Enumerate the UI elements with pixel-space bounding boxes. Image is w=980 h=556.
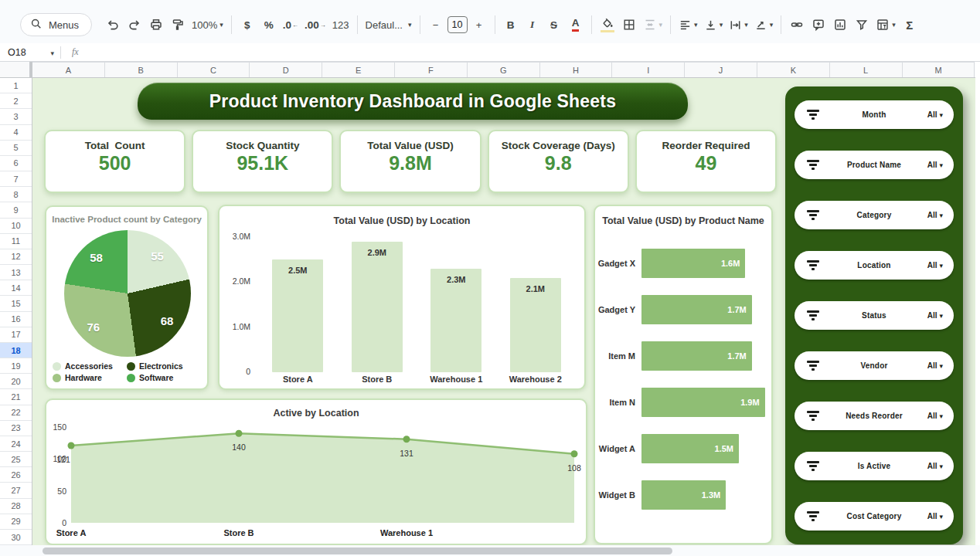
borders-button[interactable] <box>619 14 639 36</box>
cell-name-box[interactable]: O18 <box>0 47 60 58</box>
kpi-card[interactable]: Stock Coverage (Days)9.8 <box>488 130 629 193</box>
row-header-24[interactable]: 24 <box>0 436 32 452</box>
merge-cells-button[interactable] <box>641 14 665 36</box>
menus-search-button[interactable]: Menus <box>20 13 92 36</box>
slicer-location[interactable]: LocationAll▾ <box>795 251 954 280</box>
column-header-E[interactable]: E <box>322 62 395 77</box>
row-header-11[interactable]: 11 <box>0 234 32 249</box>
slicer-category[interactable]: CategoryAll▾ <box>795 201 954 229</box>
decrease-font-size-button[interactable]: − <box>426 14 446 36</box>
column-header-G[interactable]: G <box>468 62 540 77</box>
paint-format-button[interactable] <box>168 14 188 36</box>
row-header-26[interactable]: 26 <box>0 467 32 483</box>
font-family-select[interactable]: Defaul... <box>363 14 414 36</box>
row-header-22[interactable]: 22 <box>0 405 32 421</box>
slicer-value[interactable]: All <box>927 462 937 470</box>
format-percent-button[interactable]: % <box>259 14 279 36</box>
row-header-29[interactable]: 29 <box>0 514 32 530</box>
slicer-vendor[interactable]: VendorAll▾ <box>795 351 954 380</box>
redo-button[interactable] <box>124 14 145 36</box>
row-header-1[interactable]: 1 <box>0 78 32 93</box>
row-header-2[interactable]: 2 <box>0 93 32 109</box>
row-header-14[interactable]: 14 <box>0 280 32 296</box>
kpi-card[interactable]: Reorder Required49 <box>635 130 777 193</box>
slicer-product-name[interactable]: Product NameAll▾ <box>795 151 954 179</box>
horizontal-scrollbar-thumb[interactable] <box>43 548 672 554</box>
kpi-card[interactable]: Total Value (USD)9.8M <box>339 130 481 193</box>
column-header-F[interactable]: F <box>395 62 468 77</box>
strikethrough-button[interactable]: S <box>544 14 564 36</box>
column-header-B[interactable]: B <box>105 62 178 77</box>
vertical-align-button[interactable] <box>702 14 726 36</box>
slicer-month[interactable]: MonthAll▾ <box>795 100 954 129</box>
functions-button[interactable]: Σ <box>900 14 920 36</box>
column-header-J[interactable]: J <box>685 62 757 77</box>
slicer-value[interactable]: All <box>927 311 937 320</box>
row-header-4[interactable]: 4 <box>0 125 32 141</box>
print-button[interactable] <box>146 14 166 36</box>
column-header-H[interactable]: H <box>540 62 613 77</box>
slicer-needs-reorder[interactable]: Needs ReorderAll▾ <box>795 402 954 430</box>
column-header-L[interactable]: L <box>830 62 903 77</box>
kpi-card[interactable]: Stock Quantity95.1K <box>192 130 333 193</box>
row-header-13[interactable]: 13 <box>0 265 32 280</box>
row-header-27[interactable]: 27 <box>0 483 32 498</box>
row-header-7[interactable]: 7 <box>0 171 32 187</box>
column-header-M[interactable]: M <box>903 62 975 77</box>
horizontal-align-button[interactable] <box>676 14 700 36</box>
row-header-17[interactable]: 17 <box>0 327 32 343</box>
bar-chart-panel[interactable]: Total Value (USD) by Location 3.0M2.0M1.… <box>218 205 586 390</box>
row-header-18[interactable]: 18 <box>0 343 32 358</box>
row-header-23[interactable]: 23 <box>0 421 32 436</box>
format-currency-button[interactable]: $ <box>237 14 257 36</box>
pie-chart-panel[interactable]: Inactive Product count by Category Acces… <box>45 205 209 390</box>
area-chart-panel[interactable]: Active by Location 150100500121140131108… <box>45 398 587 545</box>
slicer-value[interactable]: All <box>927 361 937 370</box>
column-header-D[interactable]: D <box>250 62 322 77</box>
slicer-is-active[interactable]: Is ActiveAll▾ <box>795 452 954 480</box>
increase-decimal-button[interactable]: .00→ <box>302 14 328 36</box>
horizontal-bar-chart-panel[interactable]: Total Value (USD) by Product Name Gadget… <box>594 205 773 544</box>
slicer-status[interactable]: StatusAll▾ <box>795 301 954 330</box>
text-wrap-button[interactable] <box>726 14 750 36</box>
kpi-card[interactable]: Total Count500 <box>44 130 185 193</box>
slicer-value[interactable]: All <box>927 412 937 420</box>
zoom-select[interactable]: 100% <box>189 14 226 36</box>
increase-font-size-button[interactable]: + <box>469 14 489 36</box>
select-all-corner[interactable] <box>0 62 32 78</box>
slicer-value[interactable]: All <box>927 110 937 119</box>
row-header-30[interactable]: 30 <box>0 530 32 545</box>
text-rotation-button[interactable] <box>752 14 776 36</box>
slicer-value[interactable]: All <box>927 161 937 169</box>
row-header-12[interactable]: 12 <box>0 249 32 265</box>
column-header-K[interactable]: K <box>757 62 830 77</box>
row-header-21[interactable]: 21 <box>0 389 32 405</box>
insert-chart-button[interactable] <box>830 14 850 36</box>
filter-views-button[interactable] <box>873 14 898 36</box>
row-header-19[interactable]: 19 <box>0 358 32 374</box>
row-header-16[interactable]: 16 <box>0 312 32 327</box>
slicer-cost-category[interactable]: Cost CategoryAll▾ <box>795 502 954 531</box>
fill-color-button[interactable] <box>597 14 618 36</box>
decrease-decimal-button[interactable]: .0← <box>281 14 301 36</box>
row-header-8[interactable]: 8 <box>0 187 32 202</box>
column-header-I[interactable]: I <box>612 62 685 77</box>
row-header-28[interactable]: 28 <box>0 499 32 514</box>
row-header-15[interactable]: 15 <box>0 296 32 311</box>
row-header-25[interactable]: 25 <box>0 452 32 467</box>
undo-button[interactable] <box>103 14 123 36</box>
bold-button[interactable]: B <box>501 14 521 36</box>
slicer-value[interactable]: All <box>927 261 937 270</box>
italic-button[interactable]: I <box>522 14 543 36</box>
row-header-3[interactable]: 3 <box>0 109 32 124</box>
column-header-A[interactable]: A <box>32 62 105 77</box>
insert-comment-button[interactable] <box>808 14 829 36</box>
text-color-button[interactable]: A <box>566 14 586 36</box>
row-header-20[interactable]: 20 <box>0 374 32 389</box>
insert-link-button[interactable] <box>787 14 807 36</box>
row-header-6[interactable]: 6 <box>0 156 32 171</box>
slicer-value[interactable]: All <box>927 211 937 219</box>
column-header-C[interactable]: C <box>178 62 250 77</box>
row-header-9[interactable]: 9 <box>0 202 32 218</box>
row-header-10[interactable]: 10 <box>0 219 32 234</box>
